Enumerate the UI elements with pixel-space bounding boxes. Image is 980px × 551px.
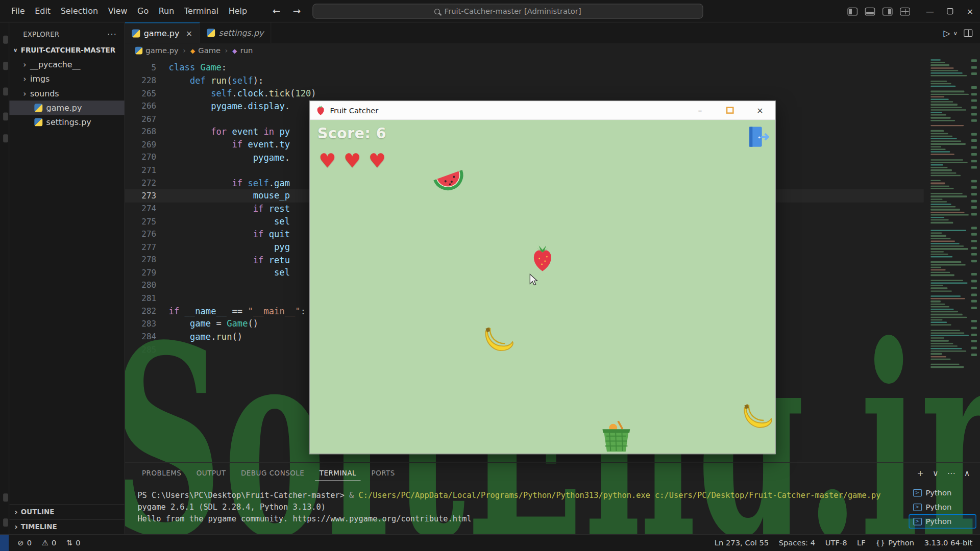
menu-terminal[interactable]: Terminal <box>179 4 224 18</box>
status-forwarded-ports[interactable]: ⇅0 <box>61 535 85 551</box>
panel-tabs: PROBLEMSOUTPUTDEBUG CONSOLETERMINALPORTS <box>125 463 980 481</box>
terminal-dropdown-icon[interactable]: ∨ <box>933 468 939 478</box>
line-number: 277 <box>125 242 156 252</box>
menu-go[interactable]: Go <box>132 4 154 18</box>
run-python-file-button[interactable]: ▷ <box>944 28 950 38</box>
section-outline[interactable]: ›OUTLINE <box>9 504 124 519</box>
status-cursor-position[interactable]: Ln 273, Col 55 <box>709 535 774 551</box>
breadcrumb-run[interactable]: ◆run <box>232 46 253 55</box>
status-language-mode[interactable]: {}Python <box>871 535 919 551</box>
minimap[interactable] <box>929 59 968 373</box>
run-dropdown-icon[interactable]: ∨ <box>953 30 958 36</box>
panel-more-icon[interactable]: ⋯ <box>947 468 955 478</box>
line-number: 269 <box>125 140 156 149</box>
back-button[interactable]: ← <box>273 6 280 17</box>
game-canvas[interactable]: Score: 6 ♥♥♥ <box>310 120 775 454</box>
line-number: 273 <box>125 191 156 200</box>
line-number: 281 <box>125 293 156 303</box>
menu-view[interactable]: View <box>103 4 132 18</box>
explorer-more-icon[interactable]: ··· <box>107 30 117 39</box>
tree-item-game-py[interactable]: game.py <box>9 101 124 115</box>
tab-settings-py[interactable]: settings.py <box>200 22 271 43</box>
panel-tab-output[interactable]: OUTPUT <box>192 468 230 481</box>
activity-icon[interactable] <box>3 62 8 70</box>
line-number: 228 <box>125 76 156 85</box>
menu-selection[interactable]: Selection <box>56 4 103 18</box>
toggle-secondary-sidebar-icon[interactable] <box>883 7 893 15</box>
tree-item-imgs[interactable]: ›imgs <box>9 72 124 86</box>
breadcrumb-game[interactable]: ◆Game <box>190 46 220 55</box>
panel-actions: + ∨ ⋯ ∧ <box>917 468 970 478</box>
explorer-sidebar: EXPLORER ··· ∨ FRUIT-CATCHER-MASTER ›__p… <box>9 22 125 534</box>
panel-tab-problems[interactable]: PROBLEMS <box>137 468 186 481</box>
toggle-panel-icon[interactable] <box>865 7 875 15</box>
breadcrumb-game-py[interactable]: game.py <box>135 46 178 55</box>
code-text: if rest <box>156 204 290 214</box>
code-text: game.run() <box>156 332 242 342</box>
activity-icon[interactable] <box>3 87 8 95</box>
explorer-title: EXPLORER <box>23 31 59 39</box>
code-text: if self.gam <box>156 178 290 188</box>
panel-maximize-icon[interactable]: ∧ <box>964 468 970 478</box>
status-python-interpreter[interactable]: 3.13.0 64-bit <box>919 535 977 551</box>
game-minimize-button[interactable]: – <box>685 101 715 119</box>
status-eol[interactable]: LF <box>852 535 870 551</box>
terminal-output[interactable]: PS C:\Users\PC\Desktop\Fruit-Catcher-mas… <box>137 489 880 525</box>
activity-icon[interactable] <box>3 134 8 142</box>
maximize-icon <box>726 107 734 113</box>
method-icon: ◆ <box>232 47 237 54</box>
forward-button[interactable]: → <box>293 6 301 17</box>
code-text: sel <box>156 267 290 278</box>
game-close-button[interactable]: × <box>745 101 775 119</box>
menu-file[interactable]: File <box>6 4 30 18</box>
command-center-search[interactable]: Fruit-Catcher-master [Administrator] <box>312 4 703 18</box>
split-editor-icon[interactable] <box>964 29 972 37</box>
code-line-5[interactable]: 5class Game: <box>125 61 924 74</box>
status-encoding[interactable]: UTF-8 <box>820 535 852 551</box>
code-line-228[interactable]: 228 def run(self): <box>125 74 924 87</box>
game-maximize-button[interactable] <box>715 101 745 119</box>
panel-tab-ports[interactable]: PORTS <box>367 468 399 481</box>
terminal-session-3[interactable]: >Python <box>909 514 976 529</box>
terminal-session-1[interactable]: >Python <box>909 485 976 499</box>
tree-item-label: __pycache__ <box>30 60 81 69</box>
restore-icon <box>947 8 953 14</box>
menu-help[interactable]: Help <box>224 4 252 18</box>
tree-item-settings-py[interactable]: settings.py <box>9 115 124 129</box>
terminal-session-2[interactable]: >Python <box>909 500 976 514</box>
activity-icon[interactable] <box>3 493 8 502</box>
menu-bar: FileEditSelectionViewGoRunTerminalHelp <box>6 4 252 18</box>
section-timeline[interactable]: ›TIMELINE <box>9 519 124 534</box>
status-encoding-value: UTF-8 <box>825 539 847 547</box>
panel-tab-debug-console[interactable]: DEBUG CONSOLE <box>236 468 308 481</box>
activity-icon[interactable] <box>3 518 8 527</box>
line-number: 5 <box>125 63 156 72</box>
tree-root-folder[interactable]: ∨ FRUIT-CATCHER-MASTER <box>9 43 124 57</box>
window-close-button[interactable]: × <box>960 0 980 22</box>
panel-tab-terminal[interactable]: TERMINAL <box>315 468 361 481</box>
status-warnings[interactable]: ⚠0 <box>37 535 61 551</box>
terminal-line: Hello from the pygame community. https:/… <box>137 513 880 524</box>
exit-door-icon[interactable] <box>747 125 770 149</box>
tree-item-sounds[interactable]: ›sounds <box>9 86 124 101</box>
customize-layout-icon[interactable] <box>900 7 910 15</box>
chevron-right-icon: › <box>225 46 228 55</box>
remote-indicator[interactable] <box>0 535 9 551</box>
banana-sprite <box>484 326 515 354</box>
activity-icon[interactable] <box>3 36 8 44</box>
menu-edit[interactable]: Edit <box>30 4 55 18</box>
tab-game-py[interactable]: game.py× <box>125 22 200 43</box>
menu-run[interactable]: Run <box>154 4 179 18</box>
new-terminal-icon[interactable]: + <box>917 468 923 478</box>
window-minimize-button[interactable]: — <box>920 0 940 22</box>
close-icon[interactable]: × <box>186 29 192 38</box>
game-titlebar[interactable]: Fruit Catcher – × <box>310 101 775 120</box>
code-line-265[interactable]: 265 self.clock.tick(120) <box>125 87 924 99</box>
strawberry-sprite <box>530 245 555 272</box>
window-restore-button[interactable] <box>940 0 960 22</box>
status-errors[interactable]: ⊘0 <box>12 535 36 551</box>
toggle-primary-sidebar-icon[interactable] <box>847 7 857 15</box>
status-indentation[interactable]: Spaces: 4 <box>774 535 820 551</box>
activity-icon[interactable] <box>3 112 8 120</box>
tree-item-pycache[interactable]: ›__pycache__ <box>9 58 124 72</box>
